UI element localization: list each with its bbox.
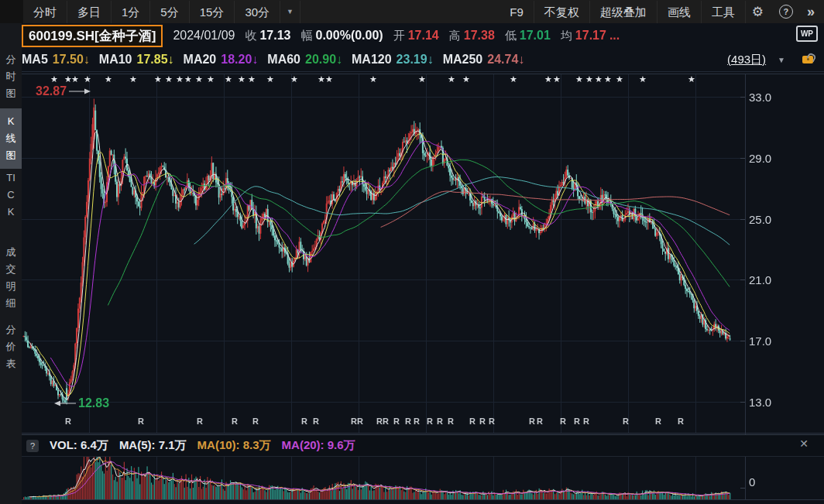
volume-help-icon[interactable]: ? [26,440,39,452]
quote-date: 2024/01/09 [173,29,235,43]
sidebar-item-chengjiaomingxi[interactable]: 成交明细 [0,244,22,312]
ma5-legend: MA517.50↓ [22,53,90,67]
tab-drawline[interactable]: 画线 [657,1,702,23]
ma10-legend: MA1017.85↓ [99,53,174,67]
ma120-legend: MA12023.19↓ [352,53,434,67]
high-quote: 高 17.38 [449,29,495,43]
sidebar-item-fenshitu[interactable]: 分时图 [0,51,22,102]
low-quote: 低 17.01 [505,29,551,43]
close-quote: 收 17.13 [245,29,290,43]
kline-chart-canvas[interactable] [0,0,824,504]
vol-value: VOL: 6.4万 [50,438,108,453]
top-menu-bar: 分时 多日 1分 5分 15分 30分 ▼ F9 不复权 超级叠加 画线 工具 … [0,0,824,23]
sidebar-item-fenjiabiao[interactable]: 分价表 [0,321,22,372]
range-quote: 幅 0.00%(0.00) [301,29,383,43]
tab-tools[interactable]: 工具 [702,1,746,23]
ma-legend-bar: MA517.50↓ MA1017.85↓ MA2018.20↓ MA6020.9… [22,48,824,72]
tab-1min[interactable]: 1分 [112,1,150,23]
tab-fenshi[interactable]: 分时 [23,1,67,23]
view-sidebar: 分时图 K线图 TICK 成交明细 分价表 深 [0,23,22,504]
sidebar-item-tick[interactable]: TICK [0,170,22,221]
tab-duori[interactable]: 多日 [67,1,112,23]
lock-icon[interactable] [802,56,813,63]
wp-monitor-icon[interactable]: WP [796,26,818,42]
ma250-legend: MA25024.74↓ [443,53,525,67]
tab-bufuquan[interactable]: 不复权 [534,1,590,23]
tab-15min[interactable]: 15分 [190,1,235,23]
gear-icon[interactable]: ⚙ [746,4,770,20]
topbar-corner [0,0,23,23]
more-chevron-icon[interactable]: » [802,4,819,20]
vol-ma20-value: MA(20): 9.6万 [282,438,355,453]
avg-ellipsis: ... [609,29,620,43]
period-count-link[interactable]: (493日) [727,53,766,67]
period-count-dropdown-icon[interactable]: ▼ [778,56,785,64]
avg-quote: 均 17.17 ... [561,29,620,43]
open-quote: 开 17.14 [393,29,439,43]
volume-pane-header: ? VOL: 6.4万 MA(5): 7.1万 MA(10): 8.3万 MA(… [22,434,824,457]
sidebar-item-klinetu[interactable]: K线图 [0,108,22,169]
volume-zero-label: 0 [749,475,755,489]
tab-30min[interactable]: 30分 [235,1,280,23]
tab-5min[interactable]: 5分 [150,1,189,23]
vol-ma5-value: MA(5): 7.1万 [119,438,187,453]
tab-overlay[interactable]: 超级叠加 [590,1,657,23]
tab-f9[interactable]: F9 [500,1,534,23]
tool-tabs: F9 不复权 超级叠加 画线 工具 [500,0,746,23]
stock-symbol[interactable]: 600199.SH[金种子酒] [22,25,163,47]
stock-app-window: 分时 多日 1分 5分 15分 30分 ▼ F9 不复权 超级叠加 画线 工具 … [0,0,824,504]
help-icon[interactable]: ? [779,5,793,19]
period-dropdown-icon[interactable]: ▼ [280,1,300,23]
ma60-legend: MA6020.90↓ [267,53,342,67]
quote-info-bar: 600199.SH[金种子酒] 2024/01/09 收 17.13 幅 0.0… [22,23,824,48]
ma20-legend: MA2018.20↓ [184,53,259,67]
vol-ma10-value: MA(10): 8.3万 [197,438,271,453]
period-tabs: 分时 多日 1分 5分 15分 30分 ▼ [23,0,300,23]
close-volume-pane-icon[interactable]: ✕ [799,438,809,449]
